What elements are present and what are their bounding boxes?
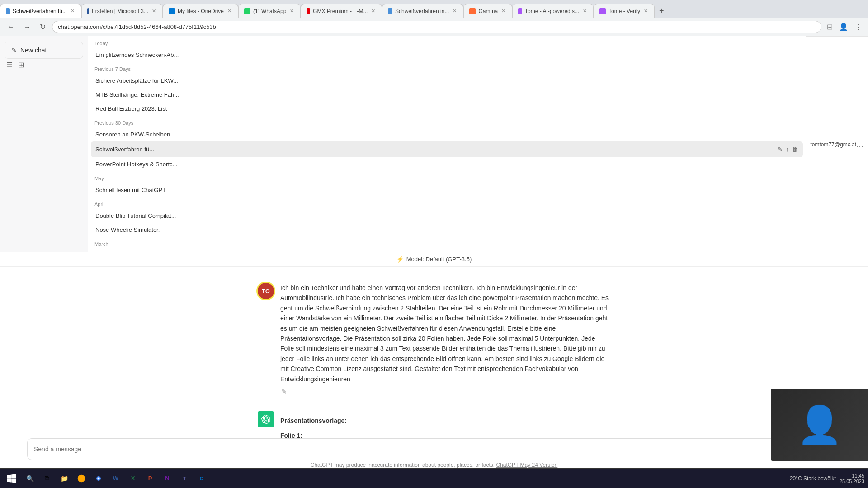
chat-area: TO Ich bin ein Techniker und halte einen…: [0, 267, 868, 438]
close-tab-2[interactable]: ✕: [151, 8, 157, 14]
taskbar-taskview[interactable]: ⧉: [39, 470, 55, 487]
close-tab-3[interactable]: ✕: [226, 8, 232, 14]
share-chat-button[interactable]: ↑: [785, 145, 790, 154]
favicon-chatgpt: [6, 8, 10, 14]
taskbar-excel[interactable]: X: [125, 470, 141, 487]
sidebar-item-powerpoint[interactable]: PowerPoint Hotkeys & Shortc...: [91, 157, 803, 171]
sidebar-item-schweissverfahren[interactable]: Schweißverfahren fü... ✎ ↑ 🗑: [91, 141, 803, 157]
response-title: Präsentationsvorlage:: [280, 416, 610, 426]
tab-bar: Schweißverfahren fü... ✕ Erstellen | Mic…: [0, 0, 868, 18]
new-tab-button[interactable]: +: [655, 4, 669, 18]
taskbar-word[interactable]: W: [108, 470, 124, 487]
active-item-actions: ✎ ↑ 🗑: [777, 145, 799, 154]
taskbar-explorer[interactable]: 📁: [56, 470, 72, 487]
new-chat-label: New chat: [20, 47, 47, 54]
disclaimer: ChatGPT may produce inaccurate informati…: [27, 460, 841, 468]
sidebar-icon-1[interactable]: ☰: [5, 59, 14, 71]
sidebar-item-doubleblip[interactable]: Double Blip Tutorial Compilat...: [91, 209, 803, 223]
sidebar-item-sensoren[interactable]: Sensoren an PKW-Scheiben: [91, 127, 803, 141]
taskbar-outlook[interactable]: O: [193, 470, 210, 487]
sidebar-header: ✎ New chat ☰ ⊞: [0, 36, 88, 76]
tab-schweissverfahren2[interactable]: Schweißverfahren in... ✕: [382, 4, 463, 18]
reload-button[interactable]: ↻: [37, 22, 48, 32]
folie1-label: Folie 1:: [280, 431, 610, 438]
video-overlay: 👤: [771, 389, 868, 461]
close-tab-7[interactable]: ✕: [500, 8, 506, 14]
svg-point-0: [78, 474, 85, 482]
close-tab-5[interactable]: ✕: [370, 8, 376, 14]
close-tab-9[interactable]: ✕: [643, 8, 649, 14]
user-message-content: Ich bin ein Techniker und halte einen Vo…: [280, 283, 610, 397]
close-tab-4[interactable]: ✕: [289, 8, 295, 14]
tab-gamma[interactable]: Gamma ✕: [463, 4, 512, 18]
browser-menu-icon[interactable]: ⋮: [853, 21, 863, 33]
new-chat-button[interactable]: ✎ New chat: [5, 42, 83, 59]
taskbar: 🔍 ⧉ 📁 W X P N T O 20°C Stark bewölkt 11:…: [0, 468, 868, 488]
sidebar-item-mtb[interactable]: MTB Steilhänge: Extreme Fah...: [91, 88, 803, 102]
edit-message-button[interactable]: ✎: [280, 387, 288, 397]
user-email: tomtom77@gmx.at: [810, 141, 856, 148]
taskbar-chrome[interactable]: [90, 470, 107, 487]
taskbar-teams[interactable]: T: [176, 470, 193, 487]
windows-icon: [7, 474, 16, 483]
taskbar-firefox[interactable]: [73, 470, 90, 487]
start-button[interactable]: [4, 470, 20, 487]
address-input[interactable]: [52, 21, 821, 33]
section-march: March: [91, 237, 803, 249]
user-more-button[interactable]: …: [856, 141, 863, 149]
taskbar-powerpoint[interactable]: P: [142, 470, 158, 487]
tab-microsoft[interactable]: Erstellen | Microsoft 3... ✕: [81, 4, 163, 18]
chrome-icon: [94, 474, 103, 483]
favicon-gmx: [307, 8, 310, 14]
chat-input[interactable]: [34, 446, 819, 453]
browser-chrome: Schweißverfahren fü... ✕ Erstellen | Mic…: [0, 0, 868, 36]
favicon-whatsapp: [244, 8, 250, 14]
lightning-icon: ⚡: [396, 256, 404, 263]
taskbar-onenote[interactable]: N: [159, 470, 175, 487]
sidebar-item-nosewheellie[interactable]: Nose Wheelie Simulator.: [91, 223, 803, 237]
tab-schweissverfahren[interactable]: Schweißverfahren fü... ✕: [0, 4, 81, 18]
tab-tome2[interactable]: Tome - Verify ✕: [594, 4, 655, 18]
favicon-tome2: [599, 8, 606, 14]
assistant-message: Präsentationsvorlage: Folie 1: • Titel: …: [231, 404, 637, 438]
tab-tome1[interactable]: Tome - AI-powered s... ✕: [512, 4, 594, 18]
sidebar-item-insurance[interactable]: Insurance Cost for Diesel Car: [91, 249, 803, 252]
sidebar-nav: Today Ein glitzerndes Schnecken-Ab... Pr…: [88, 36, 806, 252]
tab-gmx[interactable]: GMX Premium - E-M... ✕: [301, 4, 382, 18]
input-wrapper: ➤ ChatGPT may produce inaccurate informa…: [0, 438, 868, 468]
close-tab-6[interactable]: ✕: [452, 8, 458, 14]
section-today: Today: [91, 36, 803, 48]
person-icon: 👤: [797, 404, 842, 446]
user-avatar: TO: [258, 283, 274, 299]
user-message: TO Ich bin ein Techniker und halte einen…: [231, 276, 637, 404]
svg-point-2: [98, 477, 100, 479]
profile-icon[interactable]: 👤: [837, 21, 850, 33]
extensions-icon[interactable]: ⊞: [825, 21, 835, 33]
assistant-avatar: [258, 411, 274, 427]
sidebar-footer: tomtom77@gmx.at …: [806, 36, 868, 252]
sidebar-item-sichere[interactable]: Sichere Arbeitsplätze für LKW...: [91, 74, 803, 88]
tab-onedrive[interactable]: My files - OneDrive ✕: [163, 4, 238, 18]
favicon-tome1: [518, 8, 522, 14]
taskbar-search[interactable]: 🔍: [22, 470, 38, 487]
sidebar-item-glitzerndes[interactable]: Ein glitzerndes Schnecken-Ab...: [91, 48, 803, 62]
main-topbar: ⚡ Model: Default (GPT-3.5): [0, 252, 868, 267]
firefox-icon: [77, 474, 86, 483]
forward-button[interactable]: →: [21, 22, 33, 32]
section-may: May: [91, 171, 803, 183]
back-button[interactable]: ←: [5, 22, 17, 32]
sidebar-item-redbull[interactable]: Red Bull Erzberg 2023: List: [91, 102, 803, 116]
app-container: ✎ New chat ☰ ⊞ Today Ein glitzerndes Sch…: [0, 36, 868, 252]
sidebar-item-schnelllesen[interactable]: Schnell lesen mit ChatGPT: [91, 183, 803, 197]
disclaimer-link[interactable]: ChatGPT May 24 Version: [496, 462, 557, 468]
chatgpt-logo-icon: [261, 415, 270, 424]
close-tab-8[interactable]: ✕: [582, 8, 588, 14]
close-tab-1[interactable]: ✕: [70, 8, 75, 14]
tab-whatsapp[interactable]: (1) WhatsApp ✕: [238, 4, 301, 18]
favicon-gamma: [469, 8, 476, 14]
sidebar-icon-2[interactable]: ⊞: [16, 59, 26, 71]
edit-chat-button[interactable]: ✎: [777, 145, 783, 154]
trash-chat-button[interactable]: 🗑: [791, 145, 798, 154]
input-row: ➤: [27, 438, 841, 460]
section-april: April: [91, 197, 803, 209]
